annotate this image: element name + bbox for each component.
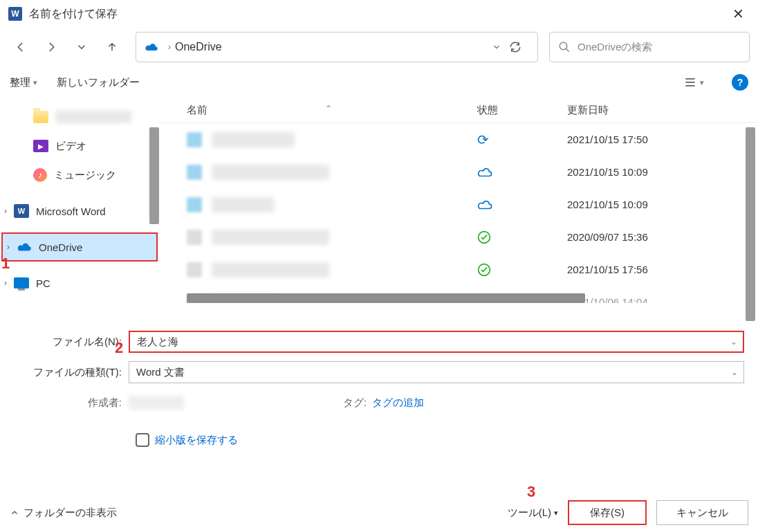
file-icon: [187, 197, 202, 212]
filetype-row: ファイルの種類(T): Word 文書 ⌄: [7, 358, 751, 386]
check-icon: [477, 230, 567, 244]
breadcrumb-location[interactable]: OneDrive: [175, 41, 222, 53]
annotation-3: 3: [527, 483, 535, 501]
thumbnail-label[interactable]: 縮小版を保存する: [155, 434, 238, 447]
author-value: [129, 396, 184, 410]
search-placeholder: OneDriveの検索: [577, 41, 652, 54]
file-list: 名前 ⌃ 状態 更新日時 ⟳ 2021/10/15 17:50 2021/10/…: [159, 98, 758, 320]
sidebar-item-msword[interactable]: › W Microsoft Word: [0, 196, 159, 226]
list-header: 名前 ⌃ 状態 更新日時: [159, 98, 758, 123]
window-title: 名前を付けて保存: [29, 7, 727, 21]
chevron-down-icon[interactable]: [492, 42, 501, 52]
organize-menu[interactable]: 整理▾: [10, 76, 37, 89]
file-date: 2021/10/15 17:56: [567, 264, 758, 275]
file-icon: [187, 165, 202, 180]
expand-icon[interactable]: ›: [7, 242, 10, 252]
filename-input[interactable]: 老人と海 ⌄: [129, 331, 744, 353]
file-row[interactable]: 2021/10/15 10:09: [159, 188, 758, 221]
back-button[interactable]: [8, 35, 33, 59]
sidebar-item-music[interactable]: ♪ ミュージック: [0, 160, 159, 190]
tag-label: タグ:: [343, 396, 367, 410]
file-row[interactable]: 2021/10/15 10:09: [159, 156, 758, 188]
horizontal-scrollbar[interactable]: [187, 293, 585, 303]
sidebar-item-videos[interactable]: ▶ ビデオ: [0, 131, 159, 160]
filelist-scrollbar[interactable]: [746, 127, 755, 321]
file-date: 2021/10/15 17:50: [567, 134, 758, 145]
check-icon: [477, 263, 567, 277]
filetype-select[interactable]: Word 文書 ⌄: [129, 361, 744, 383]
add-tag-link[interactable]: タグの追加: [372, 396, 424, 410]
file-icon: [187, 262, 202, 277]
file-icon: [187, 230, 202, 245]
sidebar-item-onedrive[interactable]: › OneDrive: [1, 232, 158, 262]
column-date[interactable]: 更新日時: [567, 104, 758, 117]
sidebar-item-label: PC: [36, 277, 50, 289]
sidebar: ▶ ビデオ ♪ ミュージック › W Microsoft Word › OneD…: [0, 98, 159, 320]
expand-icon[interactable]: ›: [4, 206, 7, 216]
chevron-down-icon[interactable]: ⌄: [731, 367, 738, 377]
video-icon: ▶: [33, 140, 48, 152]
sidebar-item-pc[interactable]: › PC: [0, 268, 159, 297]
onedrive-icon: [17, 241, 32, 253]
sidebar-item-label: ミュージック: [54, 169, 116, 182]
main-area: ▶ ビデオ ♪ ミュージック › W Microsoft Word › OneD…: [0, 98, 758, 320]
file-row[interactable]: ⟳ 2021/10/15 17:50: [159, 123, 758, 156]
column-status[interactable]: 状態: [477, 104, 567, 117]
tools-menu[interactable]: ツール(L) ▾: [508, 506, 558, 520]
search-input[interactable]: OneDriveの検索: [549, 32, 750, 62]
forward-button[interactable]: [39, 35, 64, 59]
file-icon: [187, 132, 202, 147]
thumbnail-row: 縮小版を保存する: [7, 426, 751, 454]
save-button[interactable]: 保存(S): [568, 500, 647, 525]
file-row[interactable]: 2020/09/07 15:36: [159, 221, 758, 253]
view-options[interactable]: ▾: [683, 77, 704, 88]
help-button[interactable]: ?: [732, 74, 748, 91]
annotation-1: 1: [1, 255, 10, 273]
save-fields: ファイル名(N): 老人と海 ⌄ ファイルの種類(T): Word 文書 ⌄ 作…: [0, 320, 758, 457]
new-folder-button[interactable]: 新しいフォルダー: [57, 76, 140, 89]
navigation-bar: › OneDrive OneDriveの検索: [0, 28, 758, 66]
sidebar-item-label: ビデオ: [55, 140, 86, 153]
column-name[interactable]: 名前 ⌃: [187, 104, 477, 117]
file-row[interactable]: 2021/10/15 17:56: [159, 253, 758, 286]
cloud-icon: [145, 40, 158, 54]
sync-icon: ⟳: [477, 131, 567, 148]
svg-point-0: [560, 42, 567, 50]
sidebar-item-folder[interactable]: [0, 102, 159, 131]
folder-icon: [33, 111, 48, 123]
refresh-button[interactable]: [501, 41, 529, 53]
sidebar-scrollbar[interactable]: [149, 127, 159, 224]
address-bar[interactable]: › OneDrive: [136, 32, 538, 62]
recent-dropdown[interactable]: [69, 35, 94, 59]
filename-label: ファイル名(N):: [7, 336, 129, 349]
thumbnail-checkbox[interactable]: [136, 433, 149, 447]
cloud-icon: [477, 199, 567, 210]
sidebar-item-label: Microsoft Word: [36, 205, 106, 217]
hide-folders-button[interactable]: フォルダーの非表示: [10, 506, 117, 520]
filetype-label: ファイルの種類(T):: [7, 366, 129, 379]
word-icon: W: [14, 204, 29, 218]
toolbar: 整理▾ 新しいフォルダー ▾ ?: [0, 66, 758, 98]
meta-row: 作成者: タグ: タグの追加: [7, 390, 751, 415]
sidebar-item-label: OneDrive: [39, 241, 82, 253]
list-body: ⟳ 2021/10/15 17:50 2021/10/15 10:09 2021…: [159, 123, 758, 303]
author-label: 作成者:: [7, 396, 129, 410]
search-icon: [558, 41, 571, 53]
sort-indicator-icon: ⌃: [325, 104, 332, 113]
file-date: 2021/10/15 10:09: [567, 199, 758, 210]
footer: フォルダーの非表示 ツール(L) ▾ 保存(S) キャンセル: [0, 493, 758, 532]
cloud-icon: [477, 167, 567, 178]
music-icon: ♪: [33, 168, 47, 182]
cancel-button[interactable]: キャンセル: [656, 500, 748, 525]
file-date: 2021/10/06 14:04: [567, 296, 758, 303]
word-app-icon: W: [8, 7, 22, 21]
file-date: 2021/10/15 10:09: [567, 166, 758, 178]
close-button[interactable]: ✕: [727, 3, 750, 25]
annotation-2: 2: [115, 339, 123, 357]
chevron-down-icon[interactable]: ⌄: [730, 337, 737, 347]
chevron-right-icon: ›: [168, 42, 171, 52]
file-date: 2020/09/07 15:36: [567, 231, 758, 243]
up-button[interactable]: [100, 35, 124, 59]
expand-icon[interactable]: ›: [4, 278, 7, 288]
title-bar: W 名前を付けて保存 ✕: [0, 0, 758, 28]
